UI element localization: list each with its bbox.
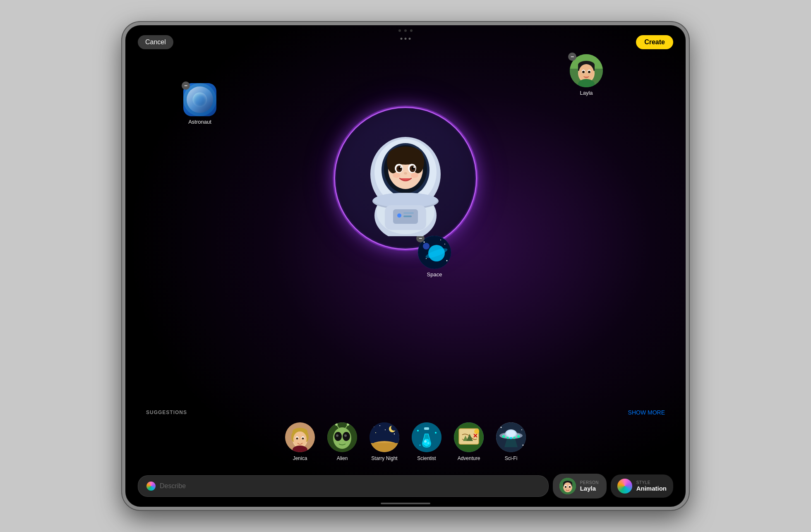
astronaut-label: Astronaut (188, 119, 211, 125)
camera-dot-2 (404, 29, 407, 32)
style-label: STYLE (636, 480, 667, 485)
show-more-button[interactable]: SHOW MORE (628, 409, 665, 416)
describe-input[interactable]: Describe (138, 475, 549, 497)
suggestion-avatar-adventure (454, 422, 484, 452)
person-avatar (559, 478, 576, 494)
suggestion-label-alien: Alien (337, 455, 348, 461)
astronaut-icon: − (183, 83, 216, 116)
suggestion-label-sci-fi: Sci-Fi (505, 455, 518, 461)
svg-point-106 (513, 437, 516, 439)
svg-point-19 (393, 173, 400, 178)
home-indicator (381, 503, 430, 504)
svg-point-47 (423, 243, 429, 249)
astronaut-float-item[interactable]: − Astronaut (183, 83, 216, 125)
suggestion-avatar-jenica (285, 422, 315, 452)
svg-point-77 (385, 429, 386, 430)
svg-rect-85 (424, 427, 429, 430)
suggestion-item-jenica[interactable]: Jenica (285, 422, 315, 461)
suggestion-label-adventure: Adventure (458, 455, 480, 461)
camera-dot-3 (410, 29, 413, 32)
suggestion-avatar-sci-fi (496, 422, 526, 452)
person-name: Layla (580, 485, 599, 492)
svg-point-81 (391, 425, 397, 431)
create-button[interactable]: Create (636, 35, 673, 49)
suggestion-label-scientist: Scientist (417, 455, 436, 461)
svg-point-97 (474, 429, 479, 434)
svg-rect-72 (370, 422, 399, 443)
more-options[interactable] (401, 38, 411, 40)
svg-point-67 (335, 423, 338, 426)
svg-point-110 (523, 445, 524, 446)
person-label: PERSON (580, 480, 599, 485)
suggestion-avatar-scientist (412, 422, 441, 452)
suggestion-avatar-starry-night (370, 422, 399, 452)
describe-icon (146, 482, 156, 491)
svg-rect-26 (403, 212, 414, 214)
layla-float-item[interactable]: − (570, 54, 603, 96)
svg-point-90 (420, 445, 421, 446)
dot-3 (409, 38, 411, 40)
suggestions-header: SUGGESTIONS SHOW MORE (142, 409, 669, 416)
style-name: Animation (636, 485, 667, 492)
svg-point-43 (446, 260, 448, 261)
svg-point-64 (336, 434, 338, 437)
svg-point-108 (501, 427, 502, 428)
main-preview-circle (335, 108, 476, 249)
suggestion-item-adventure[interactable]: Adventure (454, 422, 484, 461)
svg-point-107 (517, 435, 520, 438)
style-pill[interactable]: STYLE Animation (611, 474, 673, 498)
svg-point-118 (564, 486, 566, 488)
ipad-screen: Cancel Create (125, 25, 686, 507)
svg-point-78 (375, 432, 376, 433)
svg-point-103 (502, 435, 505, 438)
remove-astronaut-badge[interactable]: − (182, 81, 190, 90)
style-info: STYLE Animation (636, 480, 667, 492)
space-float-item[interactable]: − (418, 236, 451, 278)
svg-point-18 (404, 172, 407, 175)
svg-point-44 (440, 240, 441, 240)
camera-bar (398, 29, 413, 32)
svg-point-16 (400, 166, 402, 168)
suggestions-list: Jenica (142, 422, 669, 461)
svg-point-79 (394, 434, 395, 434)
svg-point-105 (510, 437, 512, 439)
svg-point-42 (426, 258, 427, 259)
cancel-button[interactable]: Cancel (138, 35, 173, 49)
svg-point-74 (379, 425, 380, 426)
camera-dot-1 (398, 29, 401, 32)
svg-point-102 (506, 430, 516, 437)
center-preview: − Astronaut − (125, 50, 686, 307)
volume-button (122, 108, 124, 129)
suggestion-item-sci-fi[interactable]: Sci-Fi (496, 422, 526, 461)
svg-point-33 (579, 64, 594, 81)
svg-point-86 (424, 440, 427, 443)
svg-point-65 (344, 434, 347, 437)
svg-point-17 (413, 166, 415, 168)
remove-layla-badge[interactable]: − (568, 53, 576, 61)
ipad-frame: Cancel Create (122, 22, 689, 510)
suggestion-item-scientist[interactable]: Scientist (412, 422, 441, 461)
suggestions-section: SUGGESTIONS SHOW MORE (125, 409, 686, 461)
suggestion-item-starry-night[interactable]: Starry Night (370, 422, 399, 461)
svg-point-40 (424, 242, 425, 243)
svg-point-76 (395, 424, 396, 425)
layla-label: Layla (580, 90, 593, 96)
svg-point-87 (427, 442, 429, 444)
person-pill[interactable]: PERSON Layla (553, 474, 607, 498)
svg-point-69 (347, 423, 349, 426)
svg-point-25 (397, 213, 401, 218)
person-info: PERSON Layla (580, 480, 599, 492)
svg-point-58 (302, 438, 304, 440)
suggestion-avatar-alien (327, 422, 357, 452)
suggestion-label-jenica: Jenica (293, 455, 307, 461)
svg-point-119 (569, 486, 570, 488)
svg-point-88 (417, 430, 419, 431)
dot-1 (401, 38, 403, 40)
bottom-bar: Describe (125, 474, 686, 498)
svg-point-36 (582, 71, 585, 73)
suggestion-item-alien[interactable]: Alien (327, 422, 357, 461)
astronaut-character (348, 120, 463, 236)
svg-point-104 (507, 437, 509, 439)
svg-point-41 (444, 244, 445, 244)
space-label: Space (427, 271, 442, 278)
